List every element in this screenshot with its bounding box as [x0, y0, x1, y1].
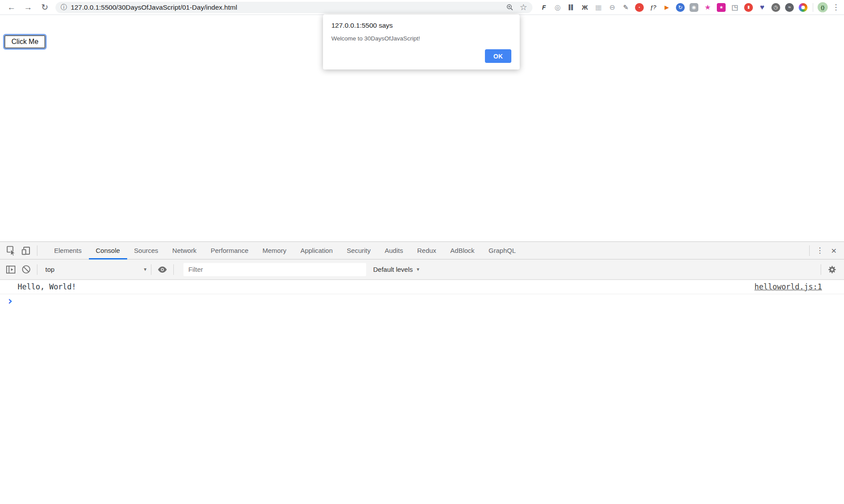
- devtools-close-icon[interactable]: ×: [826, 245, 841, 256]
- flower-icon[interactable]: ★: [703, 3, 712, 12]
- tab-security[interactable]: Security: [340, 242, 378, 259]
- forward-icon[interactable]: →: [23, 3, 33, 12]
- chevron-down-icon: ▼: [143, 267, 147, 272]
- alert-message: Welcome to 30DaysOfJavaScript!: [331, 35, 420, 42]
- corner-pipe-icon[interactable]: ◳: [730, 3, 739, 12]
- devtools-tabs: Elements Console Sources Network Perform…: [47, 242, 523, 259]
- text-tool-icon[interactable]: F: [539, 3, 548, 12]
- log-levels-selector[interactable]: Default levels ▼: [373, 266, 420, 273]
- tab-graphql[interactable]: GraphQL: [481, 242, 523, 259]
- context-selector-label: top: [45, 266, 55, 273]
- console-toolbar-separator-4: [821, 264, 821, 275]
- bookmark-circle-icon[interactable]: ▮: [744, 3, 753, 12]
- toolbar-separator: [813, 3, 813, 12]
- megaphone-icon[interactable]: ▶: [662, 3, 671, 12]
- tabbar-separator: [37, 245, 37, 256]
- click-me-focus-ring: Click Me: [3, 34, 47, 50]
- extensions-row: F ◎ ▌▌ Ж ▦ ⊖ ✎ ▪ ƒ? ▶ ↻ ◉ ★ ★ ◳ ▮ ♥ ◷ ≈: [539, 3, 807, 12]
- tab-memory[interactable]: Memory: [256, 242, 294, 259]
- tab-performance[interactable]: Performance: [204, 242, 256, 259]
- address-bar[interactable]: ⓘ 127.0.0.1:5500/30DaysOfJavaScript/01-D…: [55, 2, 533, 13]
- tab-elements[interactable]: Elements: [47, 242, 89, 259]
- gear-square-icon[interactable]: ★: [717, 3, 726, 12]
- inspect-element-icon[interactable]: [4, 242, 18, 259]
- alert-title: 127.0.0.1:5500 says: [331, 22, 393, 29]
- bookmark-star-icon[interactable]: ☆: [520, 3, 527, 11]
- device-toolbar-icon[interactable]: [18, 242, 33, 259]
- tab-sources[interactable]: Sources: [127, 242, 165, 259]
- swirl-circle-icon[interactable]: ↻: [676, 3, 685, 12]
- tab-audits[interactable]: Audits: [378, 242, 410, 259]
- stop-hand-icon[interactable]: ▪: [635, 3, 644, 12]
- wave-circle-icon[interactable]: ≈: [785, 3, 794, 12]
- tabbar-right-separator: [809, 245, 810, 256]
- tab-application[interactable]: Application: [294, 242, 340, 259]
- bug-icon[interactable]: Ж: [580, 3, 589, 12]
- colorzilla-eyedropper-icon[interactable]: ✎: [621, 3, 630, 12]
- browser-menu-icon[interactable]: ⋮: [832, 3, 840, 12]
- log-levels-label: Default levels: [373, 266, 413, 273]
- tab-adblock[interactable]: AdBlock: [443, 242, 481, 259]
- alert-dialog: 127.0.0.1:5500 says Welcome to 30DaysOfJ…: [323, 15, 520, 69]
- back-icon[interactable]: ←: [6, 3, 17, 12]
- console-message-row: Hello, World! helloworld.js:1: [0, 280, 844, 294]
- browser-toolbar: ← → ↻ ⓘ 127.0.0.1:5500/30DaysOfJavaScrip…: [0, 0, 844, 15]
- console-sidebar-icon[interactable]: [4, 262, 18, 277]
- target-circle-icon[interactable]: ◎: [553, 3, 562, 12]
- alert-ok-button[interactable]: OK: [485, 49, 511, 63]
- settings-gear-icon[interactable]: [825, 262, 840, 277]
- pause-bars-icon[interactable]: ▌▌: [567, 3, 576, 12]
- clock-circle-icon[interactable]: ◷: [771, 3, 780, 12]
- filter-input[interactable]: [183, 263, 366, 276]
- console-toolbar: top ▼ Default levels ▼: [0, 259, 844, 280]
- tab-redux[interactable]: Redux: [410, 242, 443, 259]
- live-expression-eye-icon[interactable]: [155, 262, 170, 277]
- profile-avatar[interactable]: {}: [818, 2, 828, 12]
- function-question-icon[interactable]: ƒ?: [649, 3, 657, 12]
- devtools-panel: Elements Console Sources Network Perform…: [0, 241, 844, 504]
- console-message-text: Hello, World!: [18, 282, 76, 291]
- timer-circle-icon[interactable]: ⊖: [608, 3, 616, 12]
- chevron-down-icon: ▼: [416, 267, 420, 272]
- reload-icon[interactable]: ↻: [40, 2, 50, 12]
- heart-search-icon[interactable]: ♥: [758, 3, 767, 12]
- grid-icon[interactable]: ▦: [594, 3, 603, 12]
- color-ring-icon[interactable]: [799, 3, 807, 12]
- console-toolbar-separator-3: [173, 264, 174, 275]
- console-toolbar-separator-2: [151, 264, 151, 275]
- url-text[interactable]: 127.0.0.1:5500/30DaysOfJavaScript/01-Day…: [71, 4, 237, 11]
- console-toolbar-separator-1: [37, 264, 37, 275]
- site-info-icon[interactable]: ⓘ: [61, 4, 67, 11]
- devtools-tabbar: Elements Console Sources Network Perform…: [0, 242, 844, 259]
- console-output: Hello, World! helloworld.js:1 ›: [0, 280, 844, 307]
- devtools-menu-icon[interactable]: ⋮: [813, 246, 826, 255]
- tab-network[interactable]: Network: [165, 242, 204, 259]
- context-selector[interactable]: top ▼: [45, 266, 147, 273]
- camera-icon[interactable]: ◉: [690, 3, 698, 12]
- console-prompt-icon: ›: [7, 294, 14, 307]
- tab-console[interactable]: Console: [89, 242, 127, 259]
- console-prompt[interactable]: ›: [0, 294, 844, 307]
- clear-console-icon[interactable]: [18, 262, 33, 277]
- console-source-link[interactable]: helloworld.js:1: [754, 282, 822, 291]
- zoom-icon[interactable]: [506, 4, 514, 11]
- click-me-button[interactable]: Click Me: [4, 35, 45, 48]
